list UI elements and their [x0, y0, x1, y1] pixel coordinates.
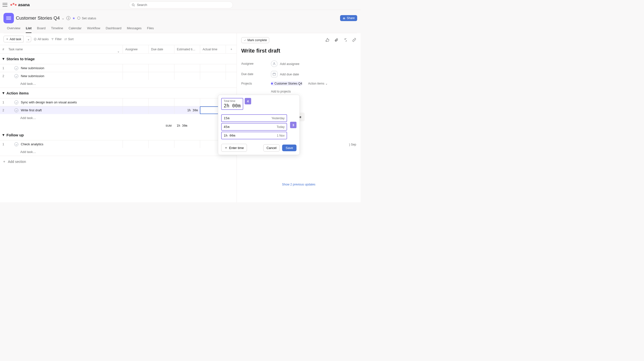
- svg-point-0: [132, 4, 134, 6]
- table-row[interactable]: 2 New submission: [0, 72, 236, 80]
- tab-files[interactable]: Files: [147, 26, 154, 33]
- table-row[interactable]: 1 Check analytics: [0, 140, 236, 148]
- section-title: Action items: [6, 91, 29, 95]
- calendar-icon: [271, 71, 278, 77]
- tab-board[interactable]: Board: [37, 26, 46, 33]
- col-assignee[interactable]: Assignee: [122, 45, 148, 53]
- col-actual[interactable]: Actual time: [200, 45, 226, 53]
- like-icon[interactable]: [326, 38, 330, 43]
- add-task-inline[interactable]: Add task…: [0, 114, 236, 122]
- project-pill[interactable]: Customer Stories Q4: [271, 81, 302, 86]
- col-due-date[interactable]: Due date: [148, 45, 174, 53]
- add-column-button[interactable]: ＋: [226, 45, 236, 53]
- tab-dashboard[interactable]: Dashboard: [106, 26, 122, 33]
- tab-timeline[interactable]: Timeline: [51, 26, 63, 33]
- add-section-button[interactable]: ＋ Add section: [0, 156, 236, 167]
- svg-rect-6: [273, 73, 276, 75]
- sum-row: SUM 1h 30m: [0, 122, 236, 130]
- col-task-name[interactable]: Task name⌄: [7, 48, 122, 51]
- projects-label: Projects: [241, 82, 271, 85]
- section-title: Stories to triage: [6, 57, 35, 61]
- time-entry-popover: Total time 2h 00m 4 15m Yesterday 45m To…: [218, 95, 300, 155]
- svg-point-4: [34, 38, 36, 40]
- time-entry[interactable]: 45m Today: [221, 123, 287, 131]
- add-task-inline[interactable]: Add task…: [0, 148, 236, 156]
- add-task-dropdown[interactable]: ⌄: [26, 36, 31, 42]
- table-row[interactable]: 2 Write first draft 1h 30m: [0, 106, 236, 114]
- task-name[interactable]: Check analytics: [21, 142, 122, 146]
- show-previous-updates[interactable]: Show 2 previous updates: [241, 183, 356, 186]
- task-name[interactable]: Write first draft: [21, 108, 122, 112]
- sort-button[interactable]: Sort: [64, 38, 74, 41]
- callout-4: 4: [245, 98, 251, 104]
- time-entry[interactable]: 15m Yesterday: [221, 114, 287, 122]
- add-task-button[interactable]: ＋ Add task: [4, 36, 24, 42]
- tab-overview[interactable]: Overview: [7, 26, 20, 33]
- section-caret[interactable]: ▾: [2, 91, 4, 95]
- status-circle-icon: [77, 17, 80, 20]
- attachment-icon[interactable]: [334, 38, 338, 43]
- partial-date-text: ) Sep: [349, 143, 356, 146]
- cancel-button[interactable]: Cancel: [263, 144, 280, 152]
- filter-button[interactable]: Filter: [51, 38, 62, 41]
- tab-calendar[interactable]: Calendar: [68, 26, 82, 33]
- complete-checkbox[interactable]: [14, 74, 18, 78]
- add-task-inline[interactable]: Add task…: [0, 80, 236, 88]
- task-detail-title: Write first draft: [241, 48, 356, 54]
- tab-workflow[interactable]: Workflow: [87, 26, 100, 33]
- hamburger-icon[interactable]: [2, 3, 8, 8]
- search-input[interactable]: Search: [129, 2, 233, 9]
- all-tasks-filter[interactable]: All tasks: [34, 38, 49, 41]
- chevron-down-icon[interactable]: ⌄: [62, 16, 64, 20]
- table-row[interactable]: 1 Sync with design team on visual assets: [0, 98, 236, 106]
- section-caret[interactable]: ▾: [2, 57, 4, 61]
- svg-line-1: [134, 6, 134, 6]
- total-time-value: 2h 00m: [224, 103, 241, 108]
- share-button[interactable]: Share: [340, 15, 357, 21]
- assignee-label: Assignee: [241, 62, 271, 66]
- complete-checkbox[interactable]: [14, 100, 18, 104]
- estimated-cell[interactable]: 1h 30m: [174, 106, 200, 114]
- project-icon: [4, 13, 14, 23]
- add-to-projects-button[interactable]: Add to projects: [271, 90, 291, 93]
- col-number: #: [0, 48, 7, 51]
- person-icon: [271, 61, 278, 67]
- task-name[interactable]: New submission: [21, 74, 122, 78]
- project-title: Customer Stories Q4: [16, 15, 60, 21]
- svg-point-2: [343, 18, 344, 18]
- save-button[interactable]: Save: [282, 145, 296, 151]
- asana-logo: asana: [10, 3, 30, 8]
- task-name[interactable]: New submission: [21, 66, 122, 70]
- task-name[interactable]: Sync with design team on visual assets: [21, 100, 122, 104]
- complete-checkbox[interactable]: [14, 142, 18, 146]
- enter-time-button[interactable]: ＋ Enter time: [221, 144, 247, 152]
- callout-3: 3: [290, 122, 296, 128]
- svg-point-3: [344, 18, 345, 18]
- complete-checkbox[interactable]: [14, 108, 18, 112]
- section-caret[interactable]: ▾: [2, 133, 4, 137]
- info-icon[interactable]: i: [66, 16, 70, 20]
- search-placeholder: Search: [137, 3, 147, 7]
- tab-list[interactable]: List: [26, 26, 32, 33]
- col-estimated[interactable]: Estimated ti…: [174, 45, 200, 53]
- add-due-date-button[interactable]: Add due date: [271, 71, 299, 77]
- mark-complete-button[interactable]: Mark complete: [241, 37, 269, 43]
- add-assignee-button[interactable]: Add assignee: [271, 61, 300, 67]
- time-entry[interactable]: 1h 00m 1 Nov: [221, 132, 287, 139]
- project-tabs: Overview List Board Timeline Calendar Wo…: [4, 23, 357, 33]
- total-time-label: Total time: [224, 99, 241, 102]
- svg-point-5: [274, 63, 275, 64]
- section-dropdown[interactable]: Action items ⌄: [308, 82, 328, 85]
- subtask-icon[interactable]: [343, 38, 347, 43]
- set-status-button[interactable]: Set status: [77, 16, 96, 20]
- link-icon[interactable]: [352, 38, 356, 43]
- table-row[interactable]: 1 New submission: [0, 64, 236, 72]
- tab-messages[interactable]: Messages: [127, 26, 142, 33]
- chevron-down-icon: ⌄: [117, 50, 120, 53]
- due-date-label: Due date: [241, 72, 271, 76]
- complete-checkbox[interactable]: [14, 66, 18, 70]
- star-icon[interactable]: ★: [72, 16, 75, 20]
- section-title: Follow up: [6, 133, 24, 137]
